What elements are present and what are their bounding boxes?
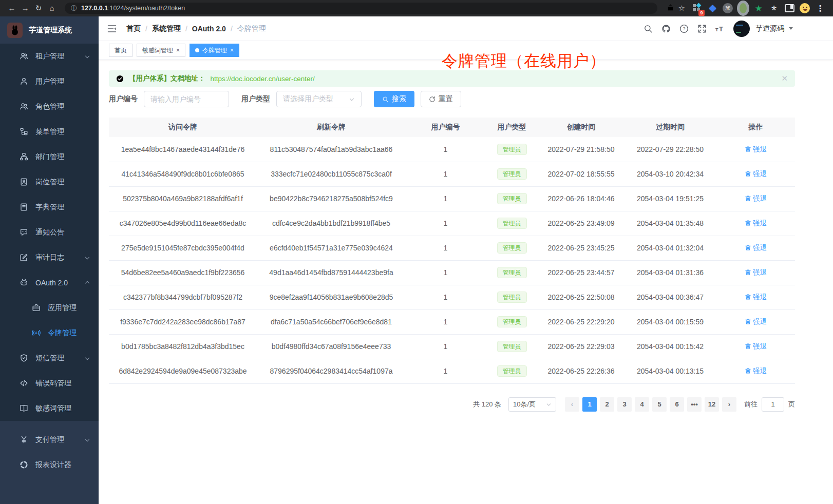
browser-nav-icons: ←→↻⌂ xyxy=(5,4,59,13)
green-star-icon[interactable] xyxy=(752,2,765,14)
collapse-menu-icon[interactable] xyxy=(107,24,117,34)
force-logout-button[interactable]: 强退 xyxy=(745,268,767,277)
force-logout-button[interactable]: 强退 xyxy=(745,317,767,326)
emoji-profile-icon[interactable] xyxy=(799,2,811,14)
table-row-2: 502375b8040a469a9b82188afdf6af1fbe90422b… xyxy=(109,186,795,211)
page-button-6[interactable]: 6 xyxy=(670,397,684,412)
users-icon xyxy=(20,102,28,111)
sidebar-item-0[interactable]: 租户管理 xyxy=(0,44,99,69)
force-logout-button[interactable]: 强退 xyxy=(745,169,767,179)
page-button-12[interactable]: 12 xyxy=(705,397,719,412)
sidebar-item-12[interactable]: 短信管理 xyxy=(0,345,99,371)
asterisk-icon[interactable] xyxy=(768,2,780,14)
page-button-4[interactable]: 4 xyxy=(635,397,649,412)
user-type-select[interactable]: 请选择用户类型 xyxy=(276,91,362,107)
page-button-2[interactable]: 2 xyxy=(600,397,614,412)
breadcrumb-item-2[interactable]: OAuth 2.0 xyxy=(192,25,226,33)
sidebar-item-4[interactable]: 部门管理 xyxy=(0,144,99,169)
sidebar-item-10[interactable]: 应用管理 xyxy=(0,295,99,320)
action-cell: 强退 xyxy=(716,236,795,260)
refresh-token-cell: 333ecfc71e02480cb11055c875c3ca0f xyxy=(257,162,406,186)
tab-0[interactable]: 首页 xyxy=(109,44,132,57)
force-logout-button[interactable]: 强退 xyxy=(745,342,767,351)
sidebar-item-2[interactable]: 角色管理 xyxy=(0,94,99,119)
page-size-select[interactable]: 10条/页 xyxy=(508,397,556,412)
page-button-5[interactable]: 5 xyxy=(652,397,667,412)
forward-icon[interactable]: → xyxy=(18,4,32,13)
extensions-grid-icon[interactable]: 9 xyxy=(691,2,703,14)
back-icon[interactable]: ← xyxy=(5,4,18,13)
font-size-icon[interactable]: TT xyxy=(715,24,725,33)
share-icon[interactable] xyxy=(667,4,674,13)
user-id-label: 用户编号 xyxy=(109,94,138,104)
chevron-down-icon xyxy=(546,401,552,407)
refresh-token-cell: 811c530487574fa0af1a59d3abc1aa66 xyxy=(257,137,406,162)
expire-time-cell: 2054-03-04 00:36:47 xyxy=(624,285,716,309)
sidebar-item-6[interactable]: 字典管理 xyxy=(0,195,99,220)
svg-text:T: T xyxy=(715,27,718,32)
user-type-cell: 管理员 xyxy=(485,309,538,334)
info-icon[interactable]: ⓘ xyxy=(71,4,77,13)
sidebar-item-3[interactable]: 菜单管理 xyxy=(0,119,99,144)
sidebar-item-9[interactable]: OAuth 2.0 xyxy=(0,270,99,295)
tab-close-icon[interactable]: × xyxy=(230,47,234,54)
app-logo-rabbit-icon xyxy=(7,23,23,38)
browser-menu-icon[interactable] xyxy=(814,2,826,14)
tab-2[interactable]: 令牌管理× xyxy=(190,44,239,57)
tab-label: 令牌管理 xyxy=(202,46,227,55)
force-logout-button[interactable]: 强退 xyxy=(745,219,767,228)
prev-page-button[interactable]: ‹ xyxy=(565,397,579,412)
app-logo-row[interactable]: 芋道管理系统 xyxy=(0,16,99,44)
sidebar-item-8[interactable]: 审计日志 xyxy=(0,245,99,270)
avatar[interactable] xyxy=(733,21,750,37)
goto-page-input[interactable] xyxy=(762,397,784,412)
user-name[interactable]: 芋道源码 xyxy=(755,24,784,33)
sidebar-item-16[interactable]: 报表设计器 xyxy=(0,452,99,477)
sidebar-item-15[interactable]: 支付管理 xyxy=(0,427,99,452)
next-page-button[interactable]: › xyxy=(722,397,736,412)
force-logout-button[interactable]: 强退 xyxy=(745,293,767,302)
side-panel-icon[interactable] xyxy=(783,2,796,14)
column-header: 操作 xyxy=(716,118,795,137)
sidebar-item-14[interactable]: 敏感词管理 xyxy=(0,396,99,421)
search-button[interactable]: 搜索 xyxy=(374,91,414,107)
tab-1[interactable]: 敏感词管理× xyxy=(137,44,185,57)
user-menu-caret-icon[interactable] xyxy=(789,27,793,30)
help-icon[interactable]: ? xyxy=(679,24,689,33)
force-logout-button[interactable]: 强退 xyxy=(745,145,767,154)
reload-icon[interactable]: ↻ xyxy=(32,4,45,13)
home-icon[interactable]: ⌂ xyxy=(45,4,59,13)
alert-doc-link[interactable]: https://doc.iocoder.cn/user-center/ xyxy=(211,75,315,83)
page-button-3[interactable]: 3 xyxy=(617,397,632,412)
users-icon xyxy=(20,52,28,61)
created-time-cell: 2022-06-25 22:29:03 xyxy=(538,334,624,359)
sidebar-item-13[interactable]: 错误码管理 xyxy=(0,371,99,396)
sidebar-item-1[interactable]: 用户管理 xyxy=(0,69,99,94)
recorder-circle-icon[interactable] xyxy=(737,2,749,14)
browser-toolbar: ←→↻⌂ ⓘ 127.0.0.1:1024/system/oauth2/toke… xyxy=(0,0,833,16)
sidebar-item-11[interactable]: A令牌管理 xyxy=(0,320,99,345)
force-logout-button[interactable]: 强退 xyxy=(745,194,767,203)
url-bar[interactable]: ⓘ 127.0.0.1:1024/system/oauth2/token xyxy=(65,3,657,14)
search-icon[interactable] xyxy=(643,24,653,33)
fullscreen-icon[interactable] xyxy=(697,24,707,33)
chevron-down-icon xyxy=(84,355,90,361)
sidebar-item-7[interactable]: 通知公告 xyxy=(0,220,99,245)
breadcrumb-item-0[interactable]: 首页 xyxy=(126,24,141,33)
github-icon[interactable] xyxy=(661,24,671,33)
more-pages-button[interactable]: ••• xyxy=(687,397,702,412)
sidebar-item-5[interactable]: 岗位管理 xyxy=(0,169,99,195)
tab-close-icon[interactable]: × xyxy=(176,47,180,54)
gem-icon[interactable] xyxy=(706,2,718,14)
expire-time-cell: 2054-03-04 01:31:36 xyxy=(624,260,716,285)
page-button-1[interactable]: 1 xyxy=(582,397,597,412)
reset-button[interactable]: 重置 xyxy=(421,91,461,107)
force-logout-button[interactable]: 强退 xyxy=(745,366,767,376)
created-time-cell: 2022-06-26 18:04:46 xyxy=(538,186,624,211)
force-logout-button[interactable]: 强退 xyxy=(745,243,767,253)
user-id-input[interactable] xyxy=(144,91,229,107)
breadcrumb-item-1[interactable]: 系统管理 xyxy=(152,24,181,33)
command-circle-icon[interactable] xyxy=(722,2,734,14)
bookmark-star-icon[interactable]: ☆ xyxy=(678,4,685,13)
close-icon[interactable]: ✕ xyxy=(781,74,788,83)
